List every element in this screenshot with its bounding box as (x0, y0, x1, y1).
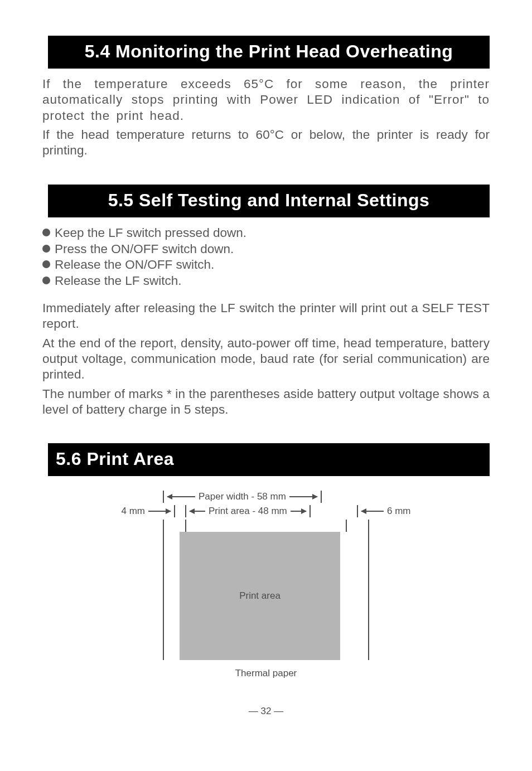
dim-extension-lines (163, 520, 369, 532)
bullet-text: Press the ON/OFF switch down. (55, 241, 234, 258)
bullet-icon (42, 277, 50, 284)
section-5-4-para-2: If the head temperature returns to 60°C … (42, 127, 490, 159)
section-5-5-bullets: Keep the LF switch pressed down. Press t… (42, 225, 490, 289)
page-number: — 32 — (42, 706, 490, 717)
section-5-4-heading: 5.4 Monitoring the Print Head Overheatin… (42, 36, 490, 69)
bullet-icon (42, 260, 50, 268)
dim-arrow-icon (190, 511, 205, 512)
print-area-rect: Print area (180, 532, 340, 660)
dim-label: 6 mm (387, 506, 411, 517)
dim-arrow-icon (291, 511, 306, 512)
list-item: Keep the LF switch pressed down. (42, 225, 490, 241)
print-area-diagram: Paper width - 58 mm 4 mm Print area - 48… (110, 491, 422, 679)
dim-vline-icon (163, 520, 164, 532)
bullet-text: Release the LF switch. (55, 273, 182, 289)
bullet-icon (42, 229, 50, 236)
dim-arrow-icon (148, 511, 171, 512)
dim-margins-row: 4 mm Print area - 48 mm 6 mm (110, 505, 422, 517)
bullet-text: Release the ON/OFF switch. (55, 257, 214, 273)
bullet-text: Keep the LF switch pressed down. (55, 225, 246, 241)
dim-left-margin: 4 mm (122, 505, 176, 517)
dim-arrow-icon (167, 496, 195, 497)
manual-page: 5.4 Monitoring the Print Head Overheatin… (0, 0, 532, 739)
dim-arrow-icon (289, 496, 317, 497)
dim-paper-width: Paper width - 58 mm (163, 491, 369, 503)
dim-vline-icon (346, 520, 347, 532)
section-5-5-para-1: Immediately after releasing the LF switc… (42, 300, 490, 332)
list-item: Release the LF switch. (42, 273, 490, 289)
dim-vline-icon (368, 520, 369, 532)
spacer (42, 162, 490, 185)
dim-tick-icon (321, 491, 322, 503)
list-item: Release the ON/OFF switch. (42, 257, 490, 273)
section-5-5-heading: 5.5 Self Testing and Internal Settings (42, 185, 490, 217)
diagram-caption: Thermal paper (110, 668, 422, 679)
paper-outline: Print area (163, 532, 369, 660)
list-item: Press the ON/OFF switch down. (42, 241, 490, 258)
dim-right-margin: 6 mm (357, 505, 411, 517)
section-5-6-heading: 5.6 Print Area (42, 443, 490, 476)
print-area-label: Print area (239, 590, 280, 602)
dim-arrow-icon (361, 511, 384, 512)
dim-tick-icon (309, 505, 311, 517)
dim-label: 4 mm (122, 506, 146, 517)
dim-tick-icon (185, 505, 186, 517)
dim-vline-icon (185, 520, 186, 532)
section-5-4-para-1: If the temperature exceeds 65°C for some… (42, 76, 490, 124)
dim-tick-icon (357, 505, 358, 517)
bullet-icon (42, 245, 50, 253)
dim-tick-icon (163, 491, 164, 503)
dim-inner-extensions (185, 520, 347, 532)
dim-label: Print area - 48 mm (209, 506, 287, 517)
spacer (42, 421, 490, 443)
dim-tick-icon (174, 505, 175, 517)
dim-print-area-width: Print area - 48 mm (185, 505, 347, 517)
section-5-5-para-3: The number of marks * in the parentheses… (42, 386, 490, 418)
section-5-5-para-2: At the end of the report, density, auto-… (42, 336, 490, 383)
dim-label: Paper width - 58 mm (199, 491, 286, 502)
